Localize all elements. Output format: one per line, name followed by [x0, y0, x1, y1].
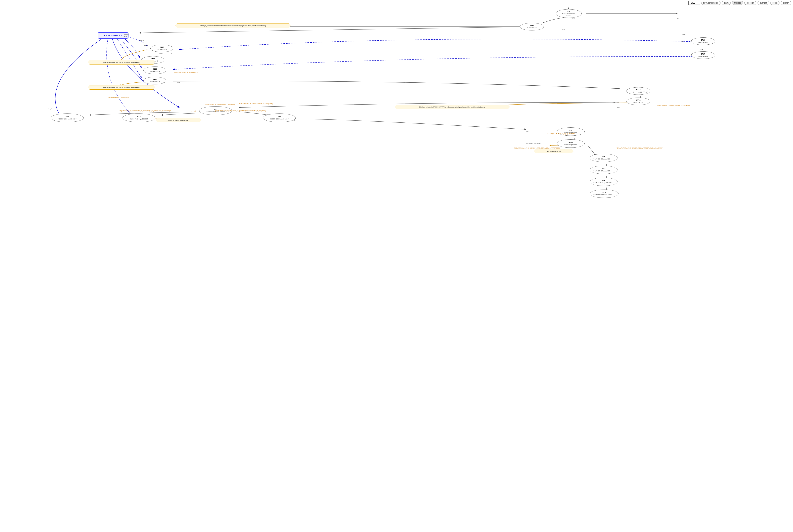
node-st7[interactable]: ST7 X64='64 xpc10 64': [590, 166, 617, 174]
start-label: START: [688, 1, 700, 5]
edge-label-epTMT4b: '[E(pTMT4Main_V_2epTMT4Main_V_3)=C(1000)…: [215, 110, 266, 112]
node-st19[interactable]: ST19 X1='1 xpc10 1': [691, 37, 715, 45]
edge-label-bool-a: '[E(1epTMT4Main_V_4)=C(1000),H_BOOL(CC/S…: [514, 147, 560, 149]
node-st5[interactable]: ST5 X256='256 xpc10 256': [590, 190, 619, 198]
node-st3-id: ST3: [137, 116, 141, 118]
node-st16-sub: X4='4 xpc10 4': [633, 91, 644, 93]
node-st10-sub: X16='16 xpc10 16': [564, 144, 577, 146]
node-st6-id: ST6: [602, 179, 605, 182]
node-st6[interactable]: ST6 X128='128 xpc10 128': [590, 177, 617, 186]
node-st0-id: ST0: [567, 11, 571, 13]
edge-label-true1: 'true': [572, 18, 575, 20]
node-st15[interactable]: ST15 X4='4 xpc10 4': [143, 77, 166, 84]
node-st17[interactable]: ST17 X2='2 xpc10 2': [691, 51, 715, 59]
action-setting1-label: Setting initial array flag to hold : add…: [103, 61, 140, 63]
edge-label-true2: 'true': [562, 29, 565, 31]
node-st17-id: ST17: [701, 53, 705, 55]
node-st14-id: ST14: [151, 58, 155, 60]
badge-hpvkpp[interactable]: hpvKppMarkers0: [701, 1, 721, 5]
edge-label-x1x1x1x1: x-1 x-1 x-1 x-1 x-1 x-1: [526, 142, 541, 144]
edge-label-true6: 'true': [616, 107, 620, 108]
action-gsai2-label: GSAIhpc_writeln:$$AUTOFORMAT: This will …: [419, 106, 485, 108]
node-st0[interactable]: ST0 X0='0 xpc10 start0' EXEC: [556, 9, 582, 18]
node-st4-id: ST4: [278, 116, 281, 118]
node-st6-sub: X128='128 xpc10 128': [596, 182, 611, 184]
edge-label-true10: 'true': [593, 158, 596, 160]
node-st5-sub: X256='256 xpc10 256': [596, 194, 612, 196]
node-st13-id: ST13: [160, 46, 164, 49]
edge-label-result2: 'result': [143, 44, 148, 46]
edge-label-x1b: x-1: [171, 53, 173, 55]
node-st9-id: ST9: [569, 129, 572, 132]
action-crossoff-label: Cross off %u %u (count1=%u): [168, 119, 188, 121]
badge-redesign[interactable]: redesign: [744, 1, 756, 5]
edge-label-true11: 'true': [593, 170, 596, 172]
action-gsai2: GSAIhpc_writeln:$$AUTOFORMAT: This will …: [394, 105, 510, 109]
action-setting2-label: Setting initial array flag to hold : add…: [103, 87, 140, 89]
action-crossoff: Cross off %u %u (count1=%u): [155, 118, 201, 122]
node-st0-sub: X0='0 xpc10 start0': [562, 13, 575, 15]
edge-label-x1c: x-1: [163, 82, 166, 83]
node-st16-id: ST16: [636, 89, 641, 91]
edge-label-result1: 'result': [140, 40, 144, 42]
edge-label-true15: 'true': [700, 49, 704, 50]
badge-count[interactable]: count: [770, 1, 779, 5]
node-st11-id: ST11: [636, 99, 641, 101]
node-st15-id: ST15: [153, 78, 157, 81]
node-st19-sub: X1='1 xpc10 1': [698, 41, 708, 43]
edge-label-x1x1x1: x-1 x-1 x-1: [611, 101, 619, 103]
node-st18-sub: X1='1 xpc10 1': [527, 27, 537, 29]
edge-label-cmds-write1: cmds=write: [124, 34, 129, 37]
node-st10[interactable]: ST10 X16='16 xpc10 16': [557, 139, 585, 148]
badge-evariant[interactable]: evariant: [758, 1, 769, 5]
edge-label-true4: 'true': [177, 82, 180, 83]
badge-finished[interactable]: finished: [732, 1, 743, 5]
node-st0-exec: EXEC: [567, 15, 571, 17]
edge-label-true12: 'true': [593, 182, 596, 184]
node-st18-id: ST18: [530, 24, 534, 27]
node-st7-sub: X64='64 xpc10 64': [597, 170, 610, 172]
action-setting1: Setting initial array flag to hold : add…: [88, 60, 155, 64]
node-st11-sub: X8='8 xpc10 8': [633, 101, 644, 103]
node-st12-id: ST12: [153, 68, 157, 71]
badge-claim[interactable]: claim: [722, 1, 731, 5]
node-st13[interactable]: ST13 X4='4 xpc10 4': [150, 44, 173, 52]
edge-label-true3: 'true': [159, 53, 163, 55]
node-st3-sub: X1024='1024 xpc10 1024': [130, 118, 148, 120]
edge-label-bool-b: '[E(1epTMT4Main_V_4)=C(1000),H_BOOL(CC/S…: [616, 147, 663, 149]
node-st2-sub: X1024='1024 xpc10 1024': [58, 118, 76, 120]
action-tally-label: Tally counting '%u %d: [547, 150, 561, 152]
node-st3[interactable]: ST3 X1024='1024 xpc10 1024': [123, 113, 155, 122]
node-st4[interactable]: ST4 X1024='1024 xpc10 1024': [263, 113, 296, 122]
edge-label-x1a: x-1: [677, 18, 680, 19]
edge-label-true9: 'true': [525, 130, 529, 132]
edge-label-epTMT4a: '[E(pTMT4Main_V_2epTMT4Main_V_3)=C(1000)…: [119, 110, 171, 112]
node-st17-sub: X2='2 xpc10 2': [698, 55, 708, 57]
badge-ptmt4[interactable]: pTMT4: [781, 1, 791, 5]
edge-label-true5: 'true': [644, 91, 648, 93]
edge-label-c1000a: 'C{(1epTMT4Main_V_1)=C(1000)}': [173, 71, 198, 73]
node-st8[interactable]: ST8 X32='32 xpc10 32': [590, 154, 617, 162]
action-tally: Tally counting '%u %d: [534, 149, 574, 153]
node-st13-sub: X4='4 xpc10 4': [156, 49, 167, 51]
node-st8-sub: X32='32 xpc10 32': [597, 158, 610, 160]
node-st8-id: ST8: [602, 156, 605, 158]
node-st7-id: ST7: [602, 168, 605, 170]
edge-label-true7: 'true': [48, 108, 52, 110]
node-st12[interactable]: ST12 X4='4 xpc10 4': [143, 66, 166, 74]
action-setting2: Setting initial array flag to hold : add…: [88, 85, 155, 90]
edge-label-cipTMT4main-v2: 'CipTMT4Main_V_2epTMT4Main_V_2=C(1000)': [205, 103, 235, 105]
node-st16[interactable]: ST16 X4='4 xpc10 4': [626, 87, 650, 95]
node-st10-id: ST10: [569, 141, 573, 144]
edge-label-cipTMT4a: 'CipTMT4Main_V_2epTMT4Main_V_2=C(1000)': [239, 103, 273, 104]
edge-label-c1000c: 'C{(1epTMT4Main_V_1)=C(1000)}': [108, 97, 129, 98]
node-st18[interactable]: ST18 X1='1 xpc10 1': [520, 23, 544, 31]
toolbar: START hpvKppMarkers0 claim finished rede…: [687, 0, 793, 5]
node-st19-id: ST19: [701, 39, 705, 41]
node-st11[interactable]: ST11 X8='8 xpc10 8': [626, 98, 650, 105]
node-cv-label: CV_SP_SSRAM_FL1: [104, 35, 122, 36]
node-st12-sub: X4='4 xpc10 4': [150, 71, 160, 73]
node-st2[interactable]: ST2 X1024='1024 xpc10 1024': [51, 113, 84, 122]
node-st4-sub: X1024='1024 xpc10 1024': [270, 118, 289, 120]
edge-label-x1x1: x-1 x-1: [191, 110, 196, 112]
